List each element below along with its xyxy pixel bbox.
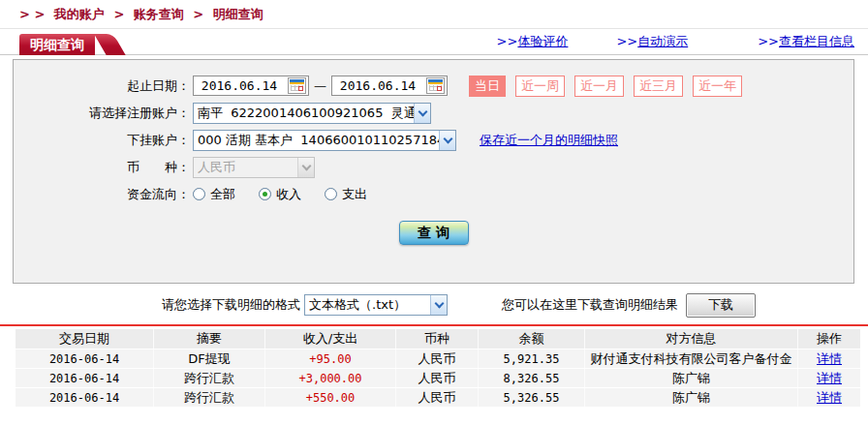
chevron-down-icon[interactable]: [430, 295, 447, 315]
table-row: 2016-06-14 跨行汇款 +3,000.00 人民币 8,326.55 陈…: [16, 369, 860, 387]
col-header-balance: 余额: [479, 329, 585, 349]
breadcrumb: > > 我的账户 > 账务查询 > 明细查询: [0, 0, 868, 29]
sub-account-value: 000 活期 基本户 1406600101102571848: [194, 131, 439, 150]
cell-date: 2016-06-14: [16, 349, 154, 368]
tab-bar: 明细查询 >>体验评价 >>自动演示 >>查看栏目信息: [0, 29, 868, 55]
auto-demo-link[interactable]: >>自动演示: [616, 33, 688, 50]
red-divider: [0, 324, 868, 326]
save-snapshot-link[interactable]: 保存近一个月的明细快照: [480, 132, 618, 149]
chevron-down-icon[interactable]: [439, 131, 455, 150]
query-button[interactable]: 查 询: [399, 221, 469, 245]
currency-select: 人民币: [193, 157, 315, 178]
fund-flow-label: 资金流向：: [14, 186, 190, 203]
sub-account-select[interactable]: 000 活期 基本户 1406600101102571848: [193, 130, 456, 151]
cell-balance: 5,326.55: [479, 388, 585, 407]
download-row: 请您选择下载明细的格式 文本格式（.txt） 您可以在这里下载查询明细结果 下载: [0, 292, 868, 318]
radio-label: 收入: [276, 186, 301, 203]
header-links: >>体验评价 >>自动演示 >>查看栏目信息: [449, 29, 854, 54]
chevron-down-icon: [297, 158, 314, 177]
link-prefix: >>: [616, 34, 637, 48]
detail-link[interactable]: 详情: [817, 390, 842, 405]
cell-amount: +550.00: [265, 388, 396, 407]
start-date-input[interactable]: [196, 78, 283, 93]
cell-currency: 人民币: [396, 388, 479, 407]
registered-account-select[interactable]: 南平 6222001406100921065 灵通卡: [193, 103, 431, 124]
breadcrumb-separator: >: [113, 7, 124, 21]
table-row: 2016-06-14 DF提现 +95.00 人民币 5,921.35 财付通支…: [16, 349, 860, 368]
calendar-icon[interactable]: [426, 77, 445, 94]
cell-summary: DF提现: [154, 349, 265, 368]
download-format-label: 请您选择下载明细的格式: [162, 296, 300, 314]
table-row: 2016-06-14 跨行汇款 +550.00 人民币 5,326.55 陈广锦…: [16, 388, 860, 407]
col-header-counterparty: 对方信息: [585, 329, 798, 349]
currency-row: 币 种： 人民币: [14, 156, 853, 178]
transactions-table: 交易日期 摘要 收入/支出 币种 余额 对方信息 操作 2016-06-14 D…: [16, 328, 860, 408]
registered-account-label: 请选择注册账户：: [14, 105, 190, 122]
quick-range-month-button[interactable]: 近一月: [574, 76, 624, 97]
calendar-icon[interactable]: [288, 77, 306, 94]
link-label: 体验评价: [517, 34, 568, 48]
radio-checked-icon[interactable]: [259, 188, 271, 200]
sub-account-row: 下挂账户： 000 活期 基本户 1406600101102571848 保存近…: [14, 129, 853, 151]
fund-flow-radio-income[interactable]: 收入: [259, 186, 301, 203]
start-date-field[interactable]: [193, 76, 309, 96]
fund-flow-radio-expense[interactable]: 支出: [325, 186, 367, 203]
cell-amount: +3,000.00: [265, 369, 396, 387]
col-header-action: 操作: [798, 329, 860, 349]
experience-evaluation-link[interactable]: >>体验评价: [497, 33, 569, 50]
date-range-label: 起止日期：: [14, 77, 190, 95]
chevron-down-icon[interactable]: [414, 104, 430, 123]
view-column-info-link[interactable]: >>查看栏目信息: [758, 33, 854, 50]
radio-label: 全部: [210, 186, 235, 203]
col-header-amount: 收入/支出: [265, 329, 396, 349]
fund-flow-row: 资金流向： 全部 收入 支出: [14, 183, 853, 205]
end-date-input[interactable]: [334, 78, 421, 93]
cell-currency: 人民币: [396, 369, 479, 387]
currency-value: 人民币: [194, 158, 297, 177]
detail-link[interactable]: 详情: [817, 371, 842, 385]
radio-label: 支出: [342, 186, 367, 203]
quick-range-quarter-button[interactable]: 近三月: [634, 76, 683, 97]
sub-account-label: 下挂账户：: [14, 132, 190, 149]
query-button-row: 查 询: [14, 221, 853, 245]
radio-icon[interactable]: [193, 188, 205, 200]
download-format-value: 文本格式（.txt）: [305, 295, 430, 315]
cell-date: 2016-06-14: [16, 369, 154, 387]
col-header-currency: 币种: [396, 329, 479, 349]
link-label: 查看栏目信息: [779, 34, 854, 48]
quick-range-today-button[interactable]: 当日: [469, 76, 506, 97]
date-range-row: 起止日期： — 当日 近一周 近一月 近三月 近一年: [14, 75, 853, 97]
download-button[interactable]: 下载: [686, 293, 756, 318]
currency-label: 币 种：: [14, 159, 190, 176]
breadcrumb-item-detail-query[interactable]: 明细查询: [213, 7, 264, 21]
download-format-select[interactable]: 文本格式（.txt）: [304, 294, 448, 316]
col-header-summary: 摘要: [154, 329, 265, 349]
link-prefix: >>: [497, 34, 518, 48]
link-prefix: >>: [758, 34, 779, 48]
table-header-row: 交易日期 摘要 收入/支出 币种 余额 对方信息 操作: [16, 329, 860, 349]
link-label: 自动演示: [637, 34, 688, 48]
date-separator: —: [314, 78, 326, 93]
fund-flow-radio-all[interactable]: 全部: [193, 186, 235, 203]
quick-range-week-button[interactable]: 近一周: [515, 76, 565, 97]
tab-detail-query[interactable]: 明细查询: [19, 34, 95, 55]
cell-balance: 5,921.35: [479, 349, 585, 368]
end-date-field[interactable]: [331, 76, 448, 96]
registered-account-value: 南平 6222001406100921065 灵通卡: [194, 104, 414, 123]
cell-currency: 人民币: [396, 349, 479, 368]
query-form-panel: 起止日期： — 当日 近一周 近一月 近三月 近一年 请选择注册账户： 南平 6…: [13, 59, 854, 284]
breadcrumb-separator: >: [193, 7, 203, 21]
cell-counterparty: 财付通支付科技有限公司客户备付金: [585, 349, 798, 368]
cell-date: 2016-06-14: [16, 388, 154, 407]
breadcrumb-item-my-account[interactable]: 我的账户: [54, 7, 105, 21]
cell-summary: 跨行汇款: [154, 369, 265, 387]
cell-counterparty: 陈广锦: [585, 388, 798, 407]
breadcrumb-prefix: > >: [19, 7, 45, 21]
cell-amount: +95.00: [265, 349, 396, 368]
detail-link[interactable]: 详情: [817, 351, 842, 366]
cell-counterparty: 陈广锦: [585, 369, 798, 387]
breadcrumb-item-account-query[interactable]: 账务查询: [134, 7, 184, 21]
radio-icon[interactable]: [325, 188, 337, 200]
quick-range-year-button[interactable]: 近一年: [693, 76, 742, 97]
col-header-date: 交易日期: [16, 329, 154, 349]
